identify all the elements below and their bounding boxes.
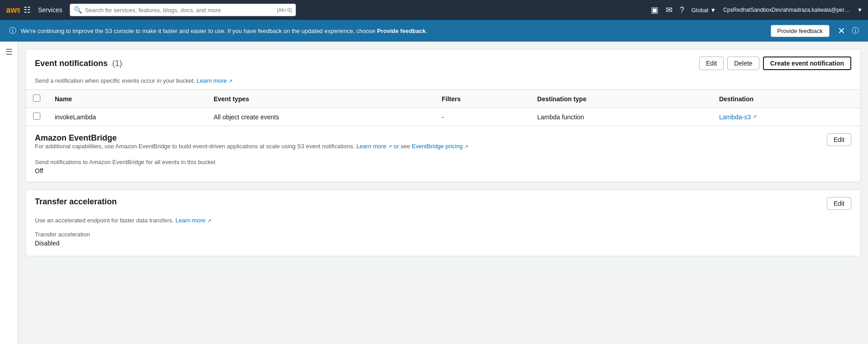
chevron-down-icon-user: ▼	[857, 7, 863, 13]
transfer-header: Transfer acceleration Edit	[26, 190, 860, 217]
eventbridge-header: Amazon EventBridge For additional capabi…	[35, 133, 851, 155]
eventbridge-learn-more-link[interactable]: Learn more	[356, 143, 386, 150]
svg-text:aws: aws	[6, 5, 20, 14]
transfer-acceleration-card: Transfer acceleration Edit Use an accele…	[25, 189, 861, 256]
table-header-destination-type: Destination type	[530, 90, 712, 108]
event-notifications-card: Event notifications (1) Edit Delete Crea…	[25, 49, 861, 182]
external-link-icon: ↗	[753, 114, 757, 120]
table-header-filters: Filters	[434, 90, 530, 108]
aws-logo[interactable]: aws	[5, 3, 20, 17]
banner-info-right-icon[interactable]: ⓘ	[852, 26, 859, 36]
table-header-event-types: Event types	[206, 90, 434, 108]
eventbridge-pricing-link[interactable]: EventBridge pricing	[412, 143, 463, 150]
external-icon-eventbridge: ↗	[388, 144, 392, 149]
row-destination-type: Lambda function	[530, 108, 712, 126]
external-icon-transfer: ↗	[207, 218, 211, 223]
notifications-table: Name Event types Filters Destination typ…	[26, 90, 860, 126]
banner-close-icon[interactable]: ✕	[838, 25, 845, 36]
user-menu[interactable]: CpsRedhatSandboxDev/ahmadraza.kaliwala@p…	[723, 7, 850, 13]
help-icon[interactable]: ?	[680, 5, 684, 15]
transfer-body: Transfer acceleration Disabled	[26, 227, 860, 256]
transfer-field-label: Transfer acceleration	[35, 231, 851, 238]
page-layout: ☰ Event notifications (1) Edit Delete Cr…	[0, 42, 868, 344]
services-nav[interactable]: Services	[34, 5, 66, 15]
destination-link-text: Lambda-s3	[719, 113, 751, 121]
create-event-notification-button[interactable]: Create event notification	[763, 57, 851, 70]
row-event-types: All object create events	[206, 108, 434, 126]
search-icon: 🔍	[74, 6, 82, 14]
menu-icon[interactable]: ☰	[5, 47, 13, 57]
bell-icon[interactable]: ✉	[666, 5, 672, 15]
transfer-title: Transfer acceleration	[35, 197, 117, 207]
transfer-field-value: Disabled	[35, 240, 851, 247]
table-header-name: Name	[48, 90, 206, 108]
eventbridge-title: Amazon EventBridge	[35, 133, 468, 143]
search-input[interactable]	[85, 7, 274, 14]
region-label: Global	[692, 7, 709, 14]
search-shortcut: [Alt+S]	[277, 7, 292, 13]
navbar: aws ☷ Services 🔍 [Alt+S] ▣ ✉ ? Global ▼ …	[0, 0, 868, 20]
table-row: invokeLambda All object create events - …	[26, 108, 860, 126]
event-notifications-subtitle: Send a notification when specific events…	[26, 77, 860, 90]
table-header-destination: Destination	[712, 90, 860, 108]
row-checkbox-cell	[26, 108, 48, 126]
external-icon-pricing: ↗	[464, 144, 468, 149]
eventbridge-field-value: Off	[35, 167, 851, 174]
eventbridge-section: Amazon EventBridge For additional capabi…	[26, 126, 860, 182]
eventbridge-field-label: Send notifications to Amazon EventBridge…	[35, 159, 851, 165]
feedback-banner: ⓘ We're continuing to improve the S3 con…	[0, 20, 868, 42]
external-link-icon: ↗	[229, 78, 233, 84]
transfer-desc: Use an accelerated endpoint for faster d…	[26, 217, 860, 227]
eventbridge-title-group: Amazon EventBridge For additional capabi…	[35, 133, 468, 155]
learn-more-link[interactable]: Learn more	[197, 77, 227, 84]
delete-notification-button[interactable]: Delete	[727, 57, 759, 70]
select-all-checkbox[interactable]	[33, 94, 40, 102]
chevron-down-icon: ▼	[710, 7, 716, 14]
destination-link[interactable]: Lambda-s3 ↗	[719, 113, 853, 121]
search-bar[interactable]: 🔍 [Alt+S]	[70, 4, 296, 16]
row-name: invokeLambda	[48, 108, 206, 126]
event-notifications-count: (1)	[112, 59, 122, 68]
nav-icons: ▣ ✉ ? Global ▼ CpsRedhatSandboxDev/ahmad…	[651, 5, 863, 15]
event-notifications-title-group: Event notifications (1)	[35, 59, 122, 68]
row-checkbox[interactable]	[33, 113, 40, 120]
sidebar-toggle[interactable]: ☰	[0, 42, 18, 344]
event-notifications-title: Event notifications	[35, 59, 108, 68]
table-header-row: Name Event types Filters Destination typ…	[26, 90, 860, 108]
table-header-checkbox-cell	[26, 90, 48, 108]
edit-notification-button[interactable]: Edit	[699, 57, 724, 70]
eventbridge-desc: For additional capabilities, use Amazon …	[35, 143, 468, 150]
terminal-icon[interactable]: ▣	[651, 5, 658, 15]
eventbridge-edit-button[interactable]: Edit	[827, 133, 851, 146]
transfer-learn-more-link[interactable]: Learn more	[176, 217, 205, 224]
main-content: Event notifications (1) Edit Delete Crea…	[18, 42, 868, 344]
transfer-edit-button[interactable]: Edit	[827, 197, 851, 210]
region-selector[interactable]: Global ▼	[692, 7, 716, 14]
row-filters: -	[434, 108, 530, 126]
info-icon: ⓘ	[9, 26, 16, 36]
event-notifications-actions: Edit Delete Create event notification	[699, 57, 851, 70]
banner-text: We're continuing to improve the S3 conso…	[21, 28, 766, 34]
grid-icon[interactable]: ☷	[24, 5, 31, 15]
row-destination: Lambda-s3 ↗	[712, 108, 860, 126]
provide-feedback-button[interactable]: Provide feedback	[771, 25, 830, 37]
event-notifications-header: Event notifications (1) Edit Delete Crea…	[26, 49, 860, 77]
